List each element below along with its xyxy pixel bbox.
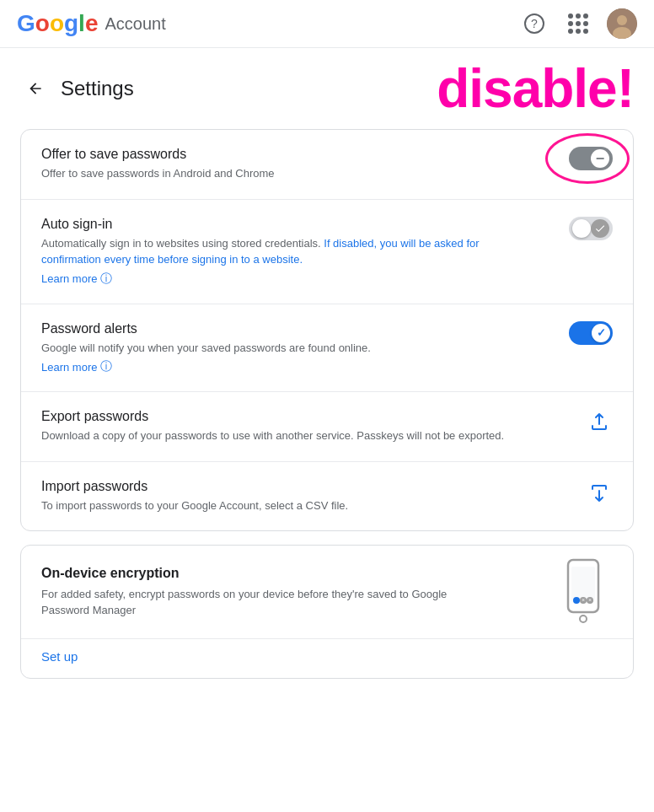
info-icon: ⓘ [100,359,112,374]
grid-dots [568,13,588,34]
export-icon[interactable] [586,409,613,436]
password-alerts-content: Password alerts Google will notify you w… [41,321,569,375]
offer-save-passwords-desc: Offer to save passwords in Android and C… [41,165,513,182]
auto-sign-in-learn-more[interactable]: Learn more ⓘ [41,272,112,287]
settings-card: Offer to save passwords Offer to save pa… [20,129,634,531]
password-alerts-row: Password alerts Google will notify you w… [21,304,633,392]
auto-sign-in-toggle-container [569,217,613,240]
disable-annotation: disable! [437,62,634,116]
password-alerts-title: Password alerts [41,321,555,336]
export-passwords-title: Export passwords [41,409,572,424]
import-passwords-title: Import passwords [41,479,572,494]
password-alerts-toggle[interactable] [569,321,613,345]
auto-sign-in-content: Auto sign-in Automatically sign in to we… [41,217,569,287]
info-icon: ⓘ [100,272,112,287]
toggle-check-overlay [591,219,609,238]
import-passwords-row[interactable]: Import passwords To import passwords to … [21,461,633,531]
setup-link-anchor[interactable]: Set up [41,649,78,664]
export-passwords-desc: Download a copy of your passwords to use… [41,428,513,444]
auto-sign-in-desc: Automatically sign in to websites using … [41,235,513,268]
auto-sign-in-title: Auto sign-in [41,217,555,232]
avatar[interactable] [607,8,637,39]
apps-grid-icon[interactable] [563,8,593,39]
offer-save-passwords-title: Offer to save passwords [41,147,555,162]
encryption-title: On-device encryption [41,566,554,581]
help-icon[interactable]: ? [519,8,549,39]
google-wordmark: Google [17,12,98,35]
page-title: Settings [61,77,134,100]
encryption-content: On-device encryption For added safety, e… [41,566,554,619]
import-passwords-content: Import passwords To import passwords to … [41,479,586,514]
encryption-icon-wrapper: × × [554,562,613,621]
offer-save-passwords-row: Offer to save passwords Offer to save pa… [21,130,633,199]
header-left: Google Account [17,12,166,35]
toggle-thumb [572,219,591,238]
avatar-image [607,8,637,39]
password-alerts-desc: Google will notify you when your saved p… [41,340,513,357]
password-alerts-learn-more[interactable]: Learn more ⓘ [41,359,112,374]
header-right: ? [519,8,637,39]
svg-point-10 [580,616,587,622]
page-header: Settings disable! [0,48,654,122]
offer-save-passwords-content: Offer to save passwords Offer to save pa… [41,147,569,182]
encryption-desc: For added safety, encrypt passwords on y… [41,586,480,619]
toggle-thumb [592,324,610,342]
google-logo: Google [17,12,98,35]
auto-sign-in-row: Auto sign-in Automatically sign in to we… [21,199,633,304]
import-passwords-desc: To import passwords to your Google Accou… [41,497,513,514]
page-header-left: Settings [20,73,134,104]
export-passwords-row[interactable]: Export passwords Download a copy of your… [21,392,633,461]
back-button[interactable] [20,73,51,104]
offer-save-passwords-toggle-wrapper [569,147,613,170]
header: Google Account ? [0,0,654,48]
svg-point-1 [617,15,627,25]
export-passwords-content: Export passwords Download a copy of your… [41,409,586,444]
offer-save-passwords-toggle-container [569,147,613,170]
phone-encryption-icon: × × [558,558,608,626]
password-alerts-toggle-container [569,321,613,345]
auto-sign-in-toggle[interactable] [569,217,613,240]
svg-text:×: × [588,597,592,603]
setup-link: Set up [21,638,633,678]
import-icon[interactable] [586,479,613,506]
encryption-card: On-device encryption For added safety, e… [20,545,634,679]
svg-point-5 [573,597,580,604]
header-account-text: Account [105,14,165,34]
main-content: Offer to save passwords Offer to save pa… [0,122,654,713]
offer-save-passwords-toggle[interactable] [569,147,613,170]
svg-text:×: × [582,597,585,603]
encryption-card-body: On-device encryption For added safety, e… [21,546,633,638]
toggle-thumb [591,149,609,168]
